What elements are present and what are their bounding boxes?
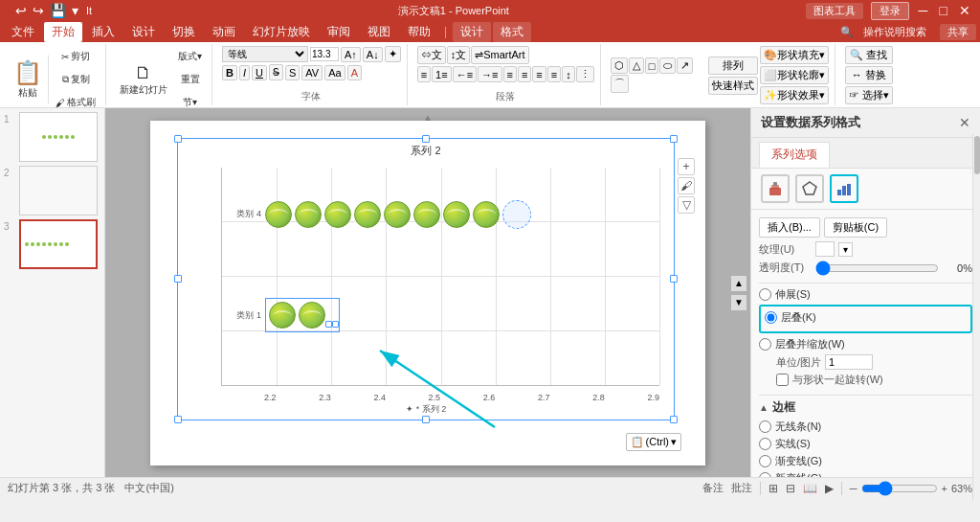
insert-image-button[interactable]: 插入(B)... — [759, 217, 820, 238]
justify-button[interactable]: ≡ — [547, 66, 561, 82]
font-family-select[interactable]: 等线 — [222, 46, 308, 62]
gradient-radio[interactable] — [759, 455, 771, 467]
decrease-indent-button[interactable]: ←≡ — [453, 66, 477, 82]
comments-button[interactable]: 批注 — [731, 481, 752, 495]
inner-handle[interactable] — [328, 311, 336, 319]
copy-button[interactable]: ⧉复制 — [52, 69, 100, 90]
zoom-in-button[interactable]: + — [942, 483, 947, 494]
shapes-button2[interactable]: △ — [629, 57, 644, 74]
zoom-slider[interactable] — [861, 481, 938, 496]
bold-button[interactable]: B — [222, 65, 237, 80]
char-spacing-button[interactable]: AV — [301, 65, 323, 80]
shape-fill-button[interactable]: 🎨形状填充▾ — [760, 46, 829, 64]
smartart-button[interactable]: ⇌SmartArt — [471, 46, 528, 64]
normal-view-icon[interactable]: ⊞ — [768, 482, 778, 495]
align-text-button[interactable]: ↕文 — [447, 46, 471, 64]
cut-button[interactable]: ✂剪切 — [52, 46, 100, 67]
login-button[interactable]: 登录 — [871, 2, 909, 20]
align-left-button[interactable]: ≡ — [503, 66, 517, 82]
numbered-button[interactable]: 1≡ — [432, 66, 452, 82]
shapes-button5[interactable]: ↗ — [677, 57, 693, 74]
replace-button[interactable]: ↔ 替换 — [845, 66, 893, 84]
save-icon[interactable]: 💾 — [48, 3, 68, 18]
right-panel-close-button[interactable]: ✕ — [959, 115, 970, 130]
strikethrough-button[interactable]: S̶ — [269, 64, 283, 80]
panel-scrollbar[interactable] — [972, 134, 980, 501]
tab-chart-format[interactable]: 格式 — [493, 22, 531, 42]
close-icon[interactable]: ✕ — [957, 3, 972, 18]
underline-button[interactable]: U — [252, 65, 267, 80]
texture-picker-button[interactable]: ▾ — [838, 242, 853, 257]
stack-scale-radio[interactable] — [759, 338, 771, 351]
panel-scroll-thumb[interactable] — [974, 136, 980, 174]
add-element-button[interactable]: + — [678, 158, 695, 175]
new-slide-button[interactable]: 🗋 新建幻灯片 — [116, 55, 171, 104]
effects-icon-button[interactable] — [795, 174, 824, 203]
menu-transition[interactable]: 切换 — [165, 22, 203, 42]
shapes-button6[interactable]: ⌒ — [611, 75, 629, 93]
panel-tab-series-options[interactable]: 系列选项 — [759, 142, 830, 168]
font-size-input[interactable] — [310, 47, 339, 61]
reset-button[interactable]: 重置 — [174, 69, 206, 90]
menu-home[interactable]: 开始 — [44, 22, 82, 42]
menu-insert[interactable]: 插入 — [84, 22, 122, 42]
zoom-level[interactable]: 63% — [951, 483, 972, 494]
menu-help[interactable]: 帮助 — [400, 22, 438, 42]
handle-mb[interactable] — [422, 416, 430, 423]
customize-qat-icon[interactable]: ▾ — [70, 3, 80, 18]
reading-view-icon[interactable]: 📖 — [803, 482, 817, 495]
text-direction-button[interactable]: ⇔文 — [417, 46, 446, 64]
bullets-button[interactable]: ≡ — [417, 66, 431, 82]
arrange-button[interactable]: 排列 — [708, 57, 758, 75]
align-right-button[interactable]: ≡ — [532, 66, 546, 82]
menu-review[interactable]: 审阅 — [320, 22, 358, 42]
italic-button[interactable]: I — [239, 65, 250, 80]
handle-br[interactable] — [670, 416, 678, 423]
font-color-button[interactable]: A — [347, 65, 362, 80]
solid-radio[interactable] — [759, 438, 771, 450]
notes-button[interactable]: 备注 — [702, 481, 724, 495]
series-icon-button[interactable] — [830, 174, 858, 203]
find-button[interactable]: 🔍 查找 — [845, 46, 893, 64]
menu-slideshow[interactable]: 幻灯片放映 — [245, 22, 318, 42]
undo-icon[interactable]: ↩ — [13, 3, 29, 18]
font-size-up-button[interactable]: A↑ — [341, 47, 361, 62]
columns-button[interactable]: ⋮ — [576, 66, 594, 82]
paste-toolbar-arrow[interactable]: ▾ — [671, 436, 677, 448]
zoom-out-button[interactable]: ─ — [850, 483, 858, 494]
clear-format-button[interactable]: ✦ — [385, 46, 401, 62]
inner-handle-bl[interactable] — [325, 321, 332, 328]
menu-file[interactable]: 文件 — [4, 22, 42, 42]
slide-browse-icon[interactable]: ⊟ — [786, 482, 795, 495]
minimize-icon[interactable]: ─ — [917, 3, 930, 18]
shadow-button[interactable]: S — [285, 65, 300, 80]
handle-tl[interactable] — [174, 135, 182, 143]
align-center-button[interactable]: ≡ — [518, 66, 531, 82]
tab-chart-design[interactable]: 设计 — [453, 22, 491, 42]
select-button[interactable]: ☞ 选择▾ — [845, 86, 893, 104]
increase-indent-button[interactable]: →≡ — [478, 66, 501, 82]
handle-ml[interactable] — [174, 275, 182, 283]
row-1-balls-selected[interactable] — [265, 298, 340, 332]
units-per-pic-input[interactable] — [825, 354, 873, 370]
stack-radio[interactable] — [765, 311, 777, 324]
texture-swatch[interactable] — [815, 241, 835, 257]
chart-container[interactable]: 系列 2 — [177, 138, 675, 420]
handle-mr[interactable] — [670, 275, 678, 283]
paste-toolbar[interactable]: 📋 (Ctrl) ▾ — [626, 433, 681, 451]
inner-handle-br[interactable] — [332, 321, 339, 328]
handle-tr[interactable] — [670, 135, 678, 143]
shapes-button[interactable]: ⬡ — [611, 57, 628, 74]
shape-effects-button[interactable]: ✨形状效果▾ — [760, 86, 829, 104]
restore-icon[interactable]: □ — [938, 3, 949, 18]
menu-view[interactable]: 视图 — [360, 22, 398, 42]
handle-mt[interactable] — [422, 135, 430, 143]
line-spacing-button[interactable]: ↕ — [562, 66, 575, 82]
chart-filter-button[interactable]: ▽ — [678, 196, 695, 214]
handle-bl[interactable] — [174, 416, 182, 423]
redo-icon[interactable]: ↪ — [31, 3, 46, 18]
menu-design[interactable]: 设计 — [124, 22, 163, 42]
shapes-button4[interactable]: ⬭ — [659, 57, 676, 74]
share-button[interactable]: 共享 — [940, 24, 976, 40]
transparency-slider[interactable] — [815, 262, 939, 274]
